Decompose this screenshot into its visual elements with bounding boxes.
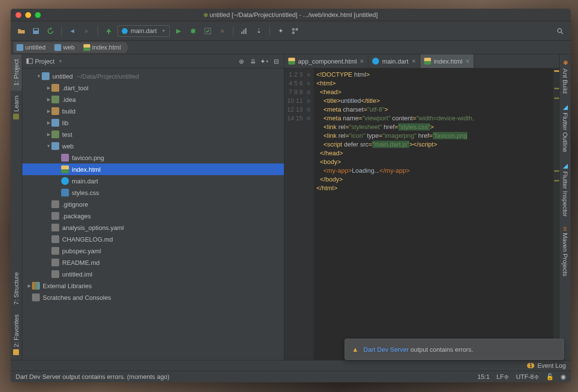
error-stripe[interactable]	[553, 68, 559, 360]
learn-tool-tab[interactable]: Learn	[11, 91, 22, 124]
close-window-button[interactable]	[16, 12, 21, 18]
expand-arrow-icon[interactable]: ▶	[46, 109, 51, 114]
warning-icon: ▲	[352, 345, 359, 353]
ant-build-tab[interactable]: ✱Ant Build	[560, 54, 571, 98]
svg-point-2	[191, 29, 195, 33]
save-icon[interactable]	[30, 25, 42, 37]
close-tab-icon[interactable]: ✕	[465, 58, 470, 65]
folder-o-icon	[51, 107, 59, 115]
tree-row[interactable]: ▶test	[22, 129, 284, 140]
notification-balloon[interactable]: ▲ Dart Dev Server output contains errors…	[345, 339, 564, 360]
tree-row[interactable]: favicon.png	[22, 152, 284, 163]
zoom-window-button[interactable]	[35, 12, 41, 18]
html-file-icon	[424, 58, 431, 65]
expand-arrow-icon[interactable]: ▶	[46, 132, 51, 137]
tree-row[interactable]: main.dart	[22, 175, 284, 187]
cursor-position[interactable]: 15:1	[478, 373, 490, 380]
breadcrumb-item[interactable]: untitled	[14, 42, 50, 53]
structure-tool-tab[interactable]: 7: Structure	[11, 267, 22, 310]
project-tree[interactable]: ▼untitled~/Data/Project/untitled▶.dart_t…	[22, 68, 284, 360]
event-log-bar[interactable]: 1 Event Log	[11, 360, 571, 371]
dart-file-icon	[372, 58, 379, 65]
lock-icon[interactable]: 🔓	[546, 373, 554, 380]
coverage-icon[interactable]	[202, 25, 214, 37]
tree-row[interactable]: CHANGELOG.md	[22, 233, 284, 245]
attach-icon[interactable]: ⇣	[253, 25, 264, 37]
close-tab-icon[interactable]: ✕	[412, 58, 416, 65]
tree-row[interactable]: ▶External Libraries	[22, 280, 284, 292]
debug-icon[interactable]	[187, 25, 199, 37]
expand-arrow-icon[interactable]: ▶	[26, 283, 32, 288]
tree-row[interactable]: .packages	[22, 210, 284, 222]
gear-icon[interactable]: ✦▼	[261, 57, 268, 65]
status-message[interactable]: Dart Dev Server output contains errors. …	[16, 373, 169, 380]
profiler-icon[interactable]	[238, 25, 250, 37]
editor-tab[interactable]: app_component.html✕	[284, 54, 368, 68]
expand-arrow-icon[interactable]: ▶	[46, 97, 51, 102]
forward-icon[interactable]: ►	[81, 25, 93, 37]
tree-row[interactable]: styles.css	[22, 187, 284, 198]
folder-b-icon	[51, 119, 59, 127]
editor-tab[interactable]: main.dart✕	[368, 54, 420, 68]
tree-row[interactable]: README.md	[22, 257, 284, 268]
tree-row[interactable]: .gitignore	[22, 198, 284, 210]
line-separator[interactable]: LF≑	[496, 373, 509, 380]
collapse-icon[interactable]: ⇊	[249, 57, 257, 65]
expand-arrow-icon[interactable]: ▶	[46, 120, 51, 125]
expand-arrow-icon[interactable]: ▼	[36, 74, 42, 79]
expand-arrow-icon[interactable]: ▶	[46, 85, 51, 90]
sync-icon[interactable]	[45, 25, 56, 37]
project-structure-icon[interactable]	[289, 25, 301, 37]
back-icon[interactable]: ◄	[66, 25, 78, 37]
tree-row[interactable]: ▶.dart_tool	[22, 82, 284, 94]
code-editor[interactable]: 1 2 3 4 5 6 7 8 9 10 11 12 13 14 15 ⊖ ⊖ …	[284, 68, 559, 360]
main-toolbar: ◄ ► main.dart▼ ▶ ■ ⇣ ✦	[11, 21, 571, 41]
breadcrumb-item[interactable]: index.html	[81, 42, 126, 53]
tree-row[interactable]: Scratches and Consoles	[22, 292, 284, 303]
editor-tab[interactable]: index.html✕	[420, 54, 474, 68]
run-icon[interactable]: ▶	[173, 25, 184, 37]
tree-label: README.md	[62, 259, 99, 266]
tree-row[interactable]: ▶.idea	[22, 94, 284, 105]
locate-icon[interactable]: ⊕	[237, 57, 245, 65]
tree-row[interactable]: ▶lib	[22, 117, 284, 129]
notification-link[interactable]: Dart Dev Server	[363, 346, 409, 353]
hide-icon[interactable]: ⊟	[272, 57, 280, 65]
panel-title[interactable]: Project▼	[26, 58, 62, 65]
tree-row[interactable]: ▶build	[22, 105, 284, 117]
tree-label: External Libraries	[43, 282, 92, 290]
run-config-selector[interactable]: main.dart▼	[117, 25, 170, 37]
file-icon	[51, 247, 59, 255]
project-tool-tab[interactable]: 1: Project	[11, 54, 22, 91]
tree-label: untitled.iml	[62, 271, 92, 278]
search-icon[interactable]	[554, 25, 566, 37]
maven-tab[interactable]: mMaven Projects	[560, 222, 571, 281]
tree-row[interactable]: ▼untitled~/Data/Project/untitled	[22, 70, 284, 82]
svg-rect-5	[243, 30, 245, 34]
tree-row[interactable]: ▼web	[22, 140, 284, 152]
expand-arrow-icon[interactable]: ▼	[46, 144, 51, 148]
minimize-window-button[interactable]	[25, 12, 31, 18]
tree-label: main.dart	[72, 178, 98, 185]
tree-row[interactable]: untitled.iml	[22, 268, 284, 280]
stop-icon[interactable]: ■	[216, 25, 228, 37]
dart-icon	[122, 28, 128, 34]
open-icon[interactable]	[16, 25, 27, 37]
svg-rect-8	[296, 28, 298, 31]
breadcrumb-item[interactable]: web	[51, 42, 80, 53]
svg-rect-1	[34, 29, 38, 31]
line-number-gutter[interactable]: 1 2 3 4 5 6 7 8 9 10 11 12 13 14 15	[284, 68, 307, 360]
build-icon[interactable]	[103, 25, 115, 37]
tree-row[interactable]: analysis_options.yaml	[22, 222, 284, 233]
tree-label: lib	[62, 119, 68, 127]
flutter-outline-tab[interactable]: ◢Flutter Outline	[560, 98, 571, 157]
close-tab-icon[interactable]: ✕	[360, 58, 364, 65]
flutter-inspector-tab[interactable]: ◢Flutter Inspector	[560, 157, 571, 222]
tree-row[interactable]: pubspec.yaml	[22, 245, 284, 257]
settings-icon[interactable]: ✦	[275, 25, 286, 37]
inspector-icon[interactable]: ◉	[561, 373, 566, 380]
tree-row[interactable]: index.html	[22, 163, 284, 175]
file-encoding[interactable]: UTF-8≑	[516, 373, 539, 380]
fold-gutter[interactable]: ⊖ ⊖ ⊟ ⊖ ⊟ ⊟	[307, 68, 314, 360]
favorites-tool-tab[interactable]: 2: Favorites	[11, 310, 22, 360]
